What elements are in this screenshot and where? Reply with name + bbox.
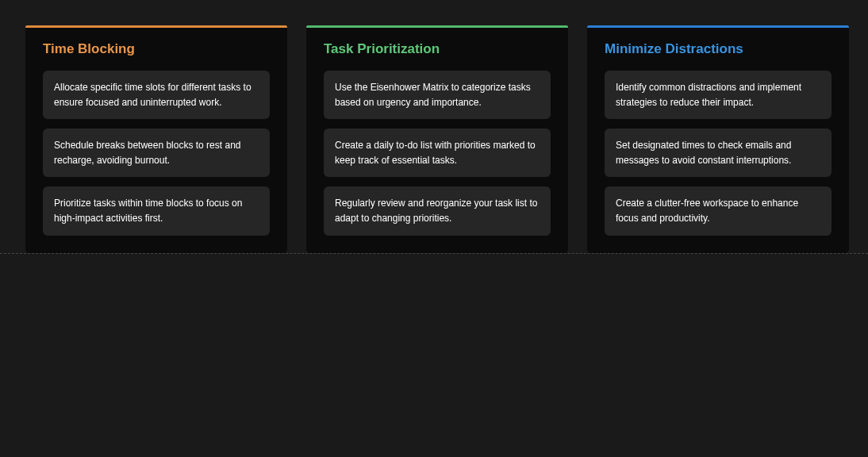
tip-item: Create a daily to-do list with prioritie…: [324, 129, 551, 177]
tip-item: Regularly review and reorganize your tas…: [324, 186, 551, 235]
card-task-prioritization: Task Prioritization Use the Eisenhower M…: [306, 25, 568, 253]
card-title: Time Blocking: [43, 40, 270, 58]
tip-item: Set designated times to check emails and…: [605, 129, 832, 177]
tip-item: Prioritize tasks within time blocks to f…: [43, 186, 270, 235]
card-accent: [306, 25, 568, 28]
card-accent: [25, 25, 287, 28]
tip-item: Use the Eisenhower Matrix to categorize …: [324, 71, 551, 119]
card-time-blocking: Time Blocking Allocate specific time slo…: [25, 25, 287, 253]
tip-item: Schedule breaks between blocks to rest a…: [43, 129, 270, 177]
tip-item: Allocate specific time slots for differe…: [43, 71, 270, 119]
tip-item: Create a clutter-free workspace to enhan…: [605, 186, 832, 235]
card-title: Minimize Distractions: [605, 40, 832, 58]
card-accent: [587, 25, 849, 28]
card-minimize-distractions: Minimize Distractions Identify common di…: [587, 25, 849, 253]
tip-item: Identify common distractions and impleme…: [605, 71, 832, 119]
cards-scroller[interactable]: Time Blocking Allocate specific time slo…: [0, 0, 868, 254]
card-title: Task Prioritization: [324, 40, 551, 58]
